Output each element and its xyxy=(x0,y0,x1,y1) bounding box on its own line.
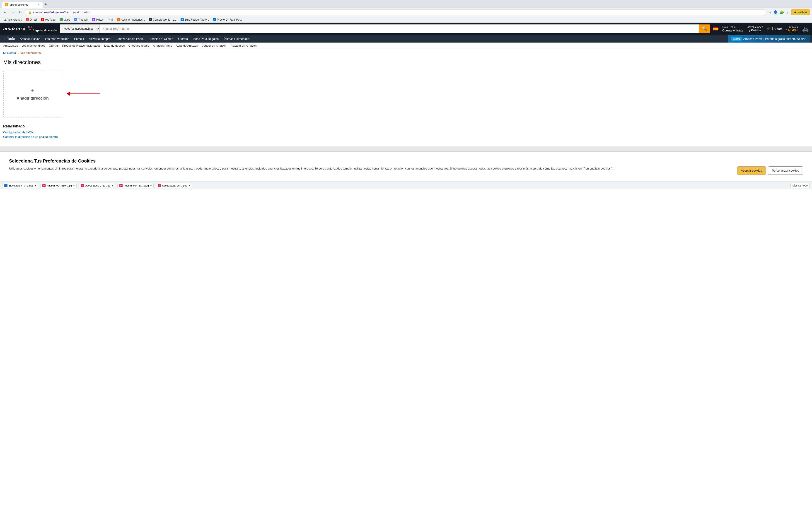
prime-logo: prime xyxy=(731,37,742,41)
add-address-label: Añadir dirección xyxy=(16,96,49,101)
menu-button[interactable]: ⋮ xyxy=(786,10,790,14)
forward-button[interactable]: → xyxy=(10,10,16,15)
nav-ofertas[interactable]: Ofertas xyxy=(176,35,190,42)
subtotal-label: Subtotal xyxy=(789,25,798,28)
address-bar[interactable]: 🔒 amazon.es/a/addresses?ref_=ya_d_c_addr xyxy=(25,9,766,15)
bookmark-proctoru-label: ProctorU | Real Pe... xyxy=(217,18,242,21)
download-chevron-5[interactable]: ▾ xyxy=(189,184,190,187)
download-chevron-3[interactable]: ▾ xyxy=(112,184,113,187)
cart-button[interactable]: 🛒 1 Cesta xyxy=(767,26,782,31)
bookmark-n[interactable]: n n xyxy=(106,18,115,22)
subnav-trabajar[interactable]: Trabajar en Amazon xyxy=(230,44,257,47)
nav-mas-vendidos[interactable]: Los Más Vendidos xyxy=(43,35,71,42)
nav-todo-label: ≡ Todo xyxy=(5,37,15,41)
bookmark-apps[interactable]: ⊞ Aplicaciones xyxy=(2,18,23,22)
cookie-title: Selecciona Tus Preferencias de Cookies xyxy=(9,159,728,164)
search-button[interactable]: 🔍 xyxy=(699,24,710,33)
bookmark-gmail-label: Gmail xyxy=(30,18,37,21)
nav-regalos[interactable]: Ideas Para Regalos xyxy=(191,35,221,42)
bookmark-twitch[interactable]: T Twitch xyxy=(90,18,105,22)
bookmark-traducir[interactable]: T Traducir xyxy=(72,18,90,22)
bookmark-twitch-label: Twitch xyxy=(96,18,104,21)
bookmark-gmail[interactable]: M Gmail xyxy=(24,18,38,22)
bookmark-star-button[interactable]: ☆ xyxy=(768,10,771,14)
download-item-3[interactable]: 🖼 AdobeStock_271....jpg ▾ xyxy=(79,183,115,188)
breadcrumb-parent-link[interactable]: Mi cuenta xyxy=(3,51,16,55)
subnav-mas-vendidos[interactable]: Los más vendidos xyxy=(21,44,45,47)
subnav-cheques[interactable]: Cheques regalo xyxy=(129,44,149,47)
nav-novedades[interactable]: Últimas Novedades xyxy=(221,35,251,42)
tab-bar: a Mis direcciones × + xyxy=(2,1,810,8)
download-icon-5: 🖼 xyxy=(158,184,161,187)
search-bar: Todos los departamentos 🔍 xyxy=(60,24,710,33)
subnav-home[interactable]: Amazon.es xyxy=(3,44,18,47)
header-location[interactable]: Hola 📍 Elige tu dirección xyxy=(28,26,57,32)
nav-prime[interactable]: Prime ▾ xyxy=(72,35,87,42)
add-plus-icon: + xyxy=(31,87,35,94)
related-link-change-order[interactable]: Cambiar la dirección en un pedido abiert… xyxy=(3,135,291,138)
search-input[interactable] xyxy=(100,24,699,33)
back-button[interactable]: ← xyxy=(2,10,8,15)
cart-subtotal: Subtotal 143,43 € xyxy=(786,25,799,32)
download-item-4[interactable]: 🖼 AdobeStock_27....jpeg ▾ xyxy=(117,183,154,188)
arrow-head xyxy=(67,92,70,96)
bookmark-compressor[interactable]: C Compressor.io - o... xyxy=(148,18,178,22)
nav-todo[interactable]: ≡ Todo xyxy=(2,35,17,42)
new-tab-button[interactable]: + xyxy=(43,1,49,8)
download-chevron-4[interactable]: ▾ xyxy=(150,184,152,187)
cookie-text: Utilizamos cookies y herramientas simila… xyxy=(9,166,728,171)
account-link: Cuenta y listas xyxy=(722,29,743,32)
subnav-apps[interactable]: Apps de Amazon xyxy=(176,44,198,47)
bookmark-maps[interactable]: 📍 Maps xyxy=(58,18,71,22)
search-category-select[interactable]: Todos los departamentos xyxy=(60,24,100,33)
url-text: amazon.es/a/addresses?ref_=ya_d_c_addr xyxy=(33,11,763,14)
nav-mas-vendidos-label: Los Más Vendidos xyxy=(45,37,69,41)
cart-count: 1 xyxy=(771,26,773,31)
bookmark-proctoru[interactable]: P ProctorU | Real Pe... xyxy=(211,18,243,22)
main-content: Mis direcciones + Añadir dirección Relac… xyxy=(0,57,295,147)
bookmark-youtube[interactable]: ▶ YouTube xyxy=(39,18,57,22)
account-menu[interactable]: Hola Pablo Cuenta y listas xyxy=(722,25,743,32)
bookmark-bulk-label: Bulk Resize Photo... xyxy=(185,18,209,21)
header-right: 🇪🇸 Hola Pablo Cuenta y listas Devolucion… xyxy=(713,25,809,32)
bookmark-bulk[interactable]: B Bulk Resize Photo... xyxy=(179,18,210,22)
download-chevron-2[interactable]: ▾ xyxy=(73,184,74,187)
cart-icon: 🛒 xyxy=(767,27,770,31)
nav-pablo[interactable]: Amazon.es de Pablo xyxy=(114,35,146,42)
download-item-5[interactable]: 🖼 AdobeStock_25....jpeg ▾ xyxy=(156,183,192,188)
bookmark-achicar[interactable]: ✂ Achicar Imágenes... xyxy=(115,18,147,22)
subnav-vender[interactable]: Vender en Amazon xyxy=(202,44,226,47)
show-all-downloads-button[interactable]: Mostrar todo xyxy=(791,183,810,188)
amazon-nav: ≡ Todo Amazon Basics Los Más Vendidos Pr… xyxy=(0,35,812,43)
prime-banner[interactable]: prime Amazon Prime | Pruébalo gratis dur… xyxy=(728,35,810,43)
returns-button[interactable]: Devoluciones y Pedidos xyxy=(747,25,763,32)
gmail-favicon: M xyxy=(26,18,29,21)
download-item-2[interactable]: 🖼 AdobeStock_259....jpg ▾ xyxy=(40,183,77,188)
download-chevron-1[interactable]: ▾ xyxy=(35,184,36,187)
add-address-card[interactable]: + Añadir dirección xyxy=(3,70,62,117)
subnav-prime-link[interactable]: Amazon Prime xyxy=(153,44,172,47)
apps-icon: ⊞ xyxy=(4,18,6,21)
subnav-reacondicionados[interactable]: Productos Reacondicionados xyxy=(62,44,100,47)
downloads-bar: ♫ Blue Dream - C....mp3 ▾ 🖼 AdobeStock_2… xyxy=(0,181,812,189)
addresses-section: + Añadir dirección xyxy=(3,70,291,117)
tab-close-button[interactable]: × xyxy=(38,3,39,7)
reload-button[interactable]: ↻ xyxy=(18,10,23,15)
cookie-buttons: Aceptar cookies Personalizar cookies xyxy=(737,159,803,175)
personalize-cookies-button[interactable]: Personalizar cookies xyxy=(768,166,803,175)
accept-cookies-button[interactable]: Aceptar cookies xyxy=(737,166,766,175)
update-browser-button[interactable]: Actualizar xyxy=(792,9,810,15)
bookmark-youtube-label: YouTube xyxy=(45,18,55,21)
amazon-logo[interactable]: amazon.es xyxy=(3,26,26,32)
download-item-1[interactable]: ♫ Blue Dream - C....mp3 ▾ xyxy=(2,183,38,188)
subnav-ofertas[interactable]: Ofertas xyxy=(49,44,59,47)
extensions-button[interactable]: 🧩 xyxy=(779,10,784,14)
nav-atencion[interactable]: Atención al Cliente xyxy=(146,35,175,42)
cart-label: Cesta xyxy=(774,27,782,31)
nav-volver[interactable]: Volver a comprar xyxy=(87,35,114,42)
related-link-one-click[interactable]: Configuración de 1-Clic xyxy=(3,130,291,134)
active-tab[interactable]: a Mis direcciones × xyxy=(2,2,43,8)
nav-basics[interactable]: Amazon Basics xyxy=(17,35,42,42)
subnav-lista-deseos[interactable]: Lista de deseos xyxy=(104,44,125,47)
profile-button[interactable]: 👤 xyxy=(773,10,778,14)
